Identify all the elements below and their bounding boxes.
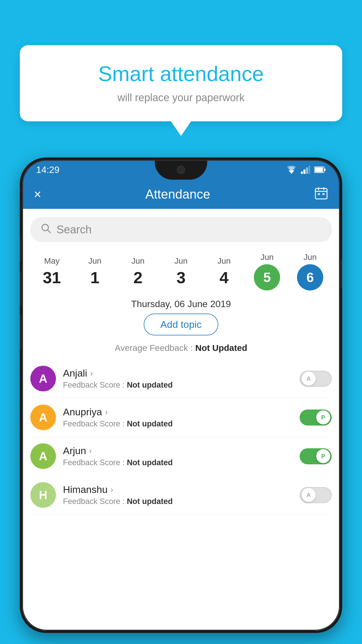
avg-feedback: Average Feedback : Not Updated — [22, 341, 340, 359]
chevron-icon: › — [110, 485, 113, 494]
feedback-value: Not updated — [127, 381, 173, 389]
bubble-title: Smart attendance — [37, 61, 325, 86]
search-placeholder: Search — [57, 223, 92, 236]
student-name-himanshu: Himanshu — [63, 484, 108, 495]
selected-date-label: Thursday, 06 June 2019 — [22, 293, 340, 314]
chevron-icon: › — [90, 369, 93, 378]
avg-feedback-value: Not Updated — [195, 343, 247, 353]
student-name-anjali: Anjali — [63, 368, 87, 379]
student-info-arjun: Arjun › Feedback Score : Not updated — [63, 445, 293, 467]
date-item-jun3[interactable]: Jun 3 — [162, 256, 200, 287]
chevron-icon: › — [89, 446, 92, 456]
date-item-jun5[interactable]: Jun 5 — [248, 253, 286, 290]
student-info-anupriya: Anupriya › Feedback Score : Not updated — [63, 406, 293, 428]
bubble-subtitle: will replace your paperwork — [37, 92, 325, 104]
phone-notch — [155, 160, 207, 180]
student-item-himanshu[interactable]: H Himanshu › Feedback Score : Not update… — [30, 476, 332, 514]
student-name-arjun: Arjun — [63, 445, 86, 456]
date-item-jun1[interactable]: Jun 1 — [76, 256, 114, 287]
power-button — [340, 260, 342, 289]
phone-screen: 14:29 — [22, 160, 340, 631]
svg-rect-4 — [309, 166, 310, 174]
student-name-anupriya: Anupriya — [63, 406, 102, 418]
student-info-himanshu: Himanshu › Feedback Score : Not updated — [63, 484, 293, 506]
feedback-value: Not updated — [127, 419, 173, 428]
feedback-label: Feedback Score : — [63, 497, 127, 506]
phone-device: 14:29 — [20, 158, 342, 633]
avatar-arjun: A — [30, 443, 56, 469]
avg-feedback-label: Average Feedback : — [115, 343, 193, 353]
toggle-anjali[interactable]: A — [300, 371, 332, 387]
camera — [177, 166, 185, 174]
svg-rect-12 — [318, 193, 320, 195]
date-strip: May 31 Jun 1 Jun 2 Jun 3 Jun 4 — [22, 247, 340, 293]
student-list: A Anjali › Feedback Score : Not updated … — [22, 359, 340, 514]
svg-rect-13 — [322, 193, 325, 195]
status-icons — [286, 166, 326, 174]
signal-icon — [301, 166, 310, 174]
svg-rect-8 — [315, 188, 327, 199]
svg-line-15 — [48, 230, 50, 233]
calendar-icon[interactable] — [314, 186, 328, 203]
app-header: × Attendance — [22, 180, 340, 209]
student-item-arjun[interactable]: A Arjun › Feedback Score : Not updated P — [30, 437, 332, 476]
search-icon — [41, 223, 51, 236]
feedback-value: Not updated — [127, 497, 173, 506]
svg-rect-7 — [315, 167, 323, 172]
volume-down-button — [20, 271, 22, 306]
chevron-icon: › — [105, 407, 108, 417]
avatar-himanshu: H — [30, 482, 56, 508]
battery-icon — [314, 166, 326, 173]
silent-button — [20, 315, 22, 350]
status-bar: 14:29 — [22, 160, 340, 180]
student-item-anjali[interactable]: A Anjali › Feedback Score : Not updated … — [30, 359, 332, 398]
avatar-anjali: A — [30, 366, 56, 391]
date-item-may31[interactable]: May 31 — [33, 256, 71, 287]
date-item-jun6[interactable]: Jun 6 — [291, 253, 329, 290]
date-item-jun4[interactable]: Jun 4 — [205, 256, 243, 287]
search-bar[interactable]: Search — [30, 217, 332, 242]
avatar-anupriya: A — [30, 405, 56, 430]
app-content: Search May 31 Jun 1 Jun 2 Jun 3 — [22, 209, 340, 631]
wifi-icon — [286, 166, 297, 174]
close-button[interactable]: × — [34, 187, 41, 202]
student-item-anupriya[interactable]: A Anupriya › Feedback Score : Not update… — [30, 398, 332, 437]
svg-rect-3 — [306, 167, 308, 174]
date-item-jun2[interactable]: Jun 2 — [119, 256, 157, 287]
speech-bubble: Smart attendance will replace your paper… — [20, 45, 342, 121]
feedback-label: Feedback Score : — [63, 458, 127, 467]
app-title: Attendance — [145, 187, 210, 202]
toggle-anupriya[interactable]: P — [300, 410, 332, 426]
toggle-himanshu[interactable]: A — [300, 487, 332, 503]
toggle-arjun[interactable]: P — [300, 448, 332, 464]
svg-rect-6 — [324, 169, 326, 171]
student-info-anjali: Anjali › Feedback Score : Not updated — [63, 368, 293, 390]
status-time: 14:29 — [36, 164, 59, 175]
volume-up-button — [20, 239, 22, 261]
feedback-value: Not updated — [127, 458, 173, 467]
feedback-label: Feedback Score : — [63, 381, 127, 389]
svg-rect-2 — [303, 169, 305, 174]
add-topic-button[interactable]: Add topic — [144, 314, 218, 335]
svg-rect-1 — [301, 172, 303, 174]
feedback-label: Feedback Score : — [63, 419, 127, 428]
